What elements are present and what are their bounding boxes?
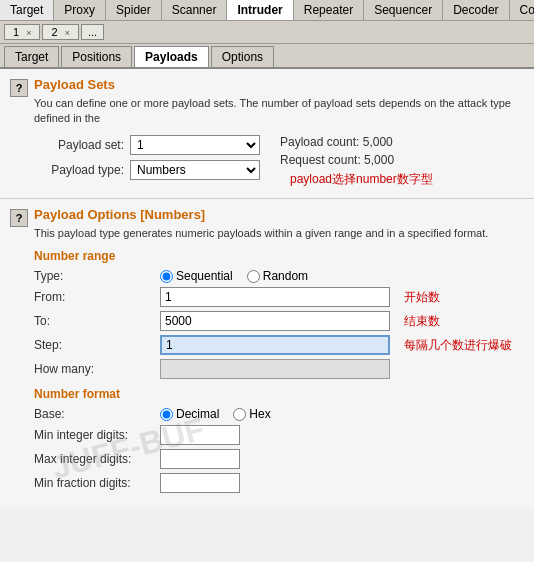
payload-set-select[interactable]: 1 xyxy=(130,135,260,155)
base-row: Base: Decimal Hex xyxy=(34,407,524,421)
max-int-label: Max integer digits: xyxy=(34,452,154,466)
payload-annotation: payload选择number数字型 xyxy=(290,171,433,188)
close-tab-1-icon[interactable]: × xyxy=(26,28,31,38)
decimal-radio-label[interactable]: Decimal xyxy=(160,407,219,421)
payload-sets-body: Payload Sets You can define one or more … xyxy=(34,77,524,188)
type-row: Type: Sequential Random xyxy=(34,269,524,283)
payload-options-desc: This payload type generates numeric payl… xyxy=(34,226,524,241)
how-many-row: How many: xyxy=(34,359,524,379)
close-tab-2-icon[interactable]: × xyxy=(65,28,70,38)
tab-spider[interactable]: Spider xyxy=(106,0,162,20)
tab-comparer[interactable]: Comparer xyxy=(510,0,534,20)
number-format-title: Number format xyxy=(34,387,524,401)
sub-tabs-bar: Target Positions Payloads Options xyxy=(0,44,534,69)
sub-tab-positions[interactable]: Positions xyxy=(61,46,132,67)
tab-decoder[interactable]: Decoder xyxy=(443,0,509,20)
hex-radio-label[interactable]: Hex xyxy=(233,407,270,421)
to-input[interactable] xyxy=(160,311,390,331)
max-int-row: Max integer digits: xyxy=(34,449,524,469)
sequential-label: Sequential xyxy=(176,269,233,283)
base-radio-group: Decimal Hex xyxy=(160,407,271,421)
content-area: ? Payload Sets You can define one or mor… xyxy=(0,69,534,507)
tab-proxy[interactable]: Proxy xyxy=(54,0,106,20)
sequential-radio[interactable] xyxy=(160,270,173,283)
num-tab-2[interactable]: 2 × xyxy=(42,24,78,40)
how-many-input xyxy=(160,359,390,379)
num-tab-more[interactable]: ... xyxy=(81,24,104,40)
payload-type-label: Payload type: xyxy=(34,163,124,177)
min-frac-row: Min fraction digits: xyxy=(34,473,524,493)
min-frac-label: Min fraction digits: xyxy=(34,476,154,490)
request-count-row: Request count: 5,000 xyxy=(280,153,433,167)
how-many-label: How many: xyxy=(34,362,154,376)
payload-sets-title: Payload Sets xyxy=(34,77,524,92)
payload-options-help-button[interactable]: ? xyxy=(10,209,28,227)
tab-scanner[interactable]: Scanner xyxy=(162,0,228,20)
payload-options-body: Payload Options [Numbers] This payload t… xyxy=(34,207,524,497)
from-annotation: 开始数 xyxy=(404,289,440,306)
random-radio-label[interactable]: Random xyxy=(247,269,308,283)
type-radio-group: Sequential Random xyxy=(160,269,308,283)
decimal-label: Decimal xyxy=(176,407,219,421)
num-tabs-bar: 1 × 2 × ... xyxy=(0,21,534,44)
min-int-row: Min integer digits: xyxy=(34,425,524,445)
hex-label: Hex xyxy=(249,407,270,421)
payload-set-label: Payload set: xyxy=(34,138,124,152)
min-int-input[interactable] xyxy=(160,425,240,445)
payload-count-value: 5,000 xyxy=(363,135,393,149)
from-row: From: 开始数 xyxy=(34,287,524,307)
payload-type-row: Payload type: Numbers xyxy=(34,160,260,180)
tab-intruder[interactable]: Intruder xyxy=(227,0,293,20)
top-nav-bar: Target Proxy Spider Scanner Intruder Rep… xyxy=(0,0,534,21)
hex-radio[interactable] xyxy=(233,408,246,421)
to-annotation: 结束数 xyxy=(404,313,440,330)
payload-options-section: ? Payload Options [Numbers] This payload… xyxy=(0,199,534,507)
payload-count-label: Payload count: xyxy=(280,135,359,149)
random-radio[interactable] xyxy=(247,270,260,283)
payload-sets-help-button[interactable]: ? xyxy=(10,79,28,97)
base-label: Base: xyxy=(34,407,154,421)
step-label: Step: xyxy=(34,338,154,352)
type-label: Type: xyxy=(34,269,154,283)
request-count-label: Request count: xyxy=(280,153,361,167)
sub-tab-payloads[interactable]: Payloads xyxy=(134,46,209,67)
payload-set-row: Payload set: 1 xyxy=(34,135,260,155)
step-row: Step: 每隔几个数进行爆破 xyxy=(34,335,524,355)
to-row: To: 结束数 xyxy=(34,311,524,331)
decimal-radio[interactable] xyxy=(160,408,173,421)
sub-tab-target[interactable]: Target xyxy=(4,46,59,67)
request-count-value: 5,000 xyxy=(364,153,394,167)
step-input[interactable] xyxy=(160,335,390,355)
tab-repeater[interactable]: Repeater xyxy=(294,0,364,20)
from-input[interactable] xyxy=(160,287,390,307)
sequential-radio-label[interactable]: Sequential xyxy=(160,269,233,283)
counts-area: Payload count: 5,000 Request count: 5,00… xyxy=(280,135,433,188)
min-int-label: Min integer digits: xyxy=(34,428,154,442)
number-range-title: Number range xyxy=(34,249,524,263)
to-label: To: xyxy=(34,314,154,328)
payload-sets-section: ? Payload Sets You can define one or mor… xyxy=(0,69,534,199)
max-int-input[interactable] xyxy=(160,449,240,469)
payload-sets-desc: You can define one or more payload sets.… xyxy=(34,96,524,127)
num-tab-1[interactable]: 1 × xyxy=(4,24,40,40)
tab-sequencer[interactable]: Sequencer xyxy=(364,0,443,20)
payload-count-row: Payload count: 5,000 xyxy=(280,135,433,149)
min-frac-input[interactable] xyxy=(160,473,240,493)
random-label: Random xyxy=(263,269,308,283)
sub-tab-options[interactable]: Options xyxy=(211,46,274,67)
payload-type-select[interactable]: Numbers xyxy=(130,160,260,180)
from-label: From: xyxy=(34,290,154,304)
payload-options-title: Payload Options [Numbers] xyxy=(34,207,524,222)
payload-sets-left: Payload set: 1 Payload type: Numbers xyxy=(34,135,260,185)
tab-target[interactable]: Target xyxy=(0,0,54,20)
step-annotation: 每隔几个数进行爆破 xyxy=(404,337,512,354)
